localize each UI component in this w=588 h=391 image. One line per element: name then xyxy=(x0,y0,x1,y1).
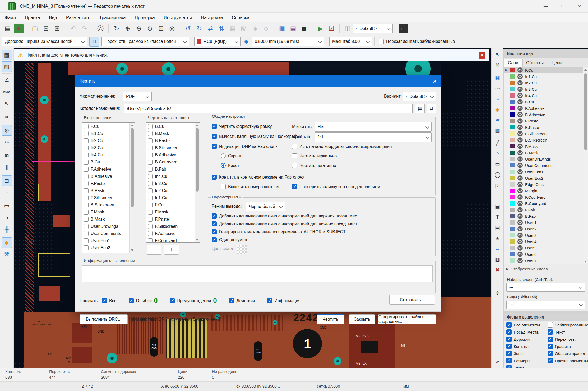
checkbox[interactable] xyxy=(212,213,217,219)
zoom-in-icon[interactable]: ⊕ xyxy=(123,24,132,33)
net-highlight-icon[interactable]: ≋ xyxy=(2,150,12,161)
radio-button[interactable] xyxy=(221,153,226,158)
visibility-eye-icon[interactable] xyxy=(517,220,523,225)
visibility-eye-icon[interactable] xyxy=(517,99,523,104)
tune-length-icon[interactable]: ≈ xyxy=(493,94,503,104)
layer-manager-icon[interactable]: ◆ xyxy=(2,237,12,248)
more-tools-chevron[interactable]: » xyxy=(493,356,503,366)
layer-row[interactable]: F.Mask xyxy=(504,143,583,149)
board-setup-icon[interactable]: ⚙ xyxy=(14,24,24,33)
visibility-eye-icon[interactable] xyxy=(517,87,523,92)
preferences-tools-icon[interactable]: ⚒ xyxy=(2,249,12,260)
zoom-out-icon[interactable]: ⊖ xyxy=(134,24,143,33)
place-table-icon[interactable]: ⊞ xyxy=(493,233,503,243)
visibility-eye-icon[interactable] xyxy=(517,201,523,206)
filter-left-2[interactable]: Дорожки xyxy=(506,337,530,342)
visibility-eye-icon[interactable] xyxy=(517,137,523,143)
checkbox[interactable] xyxy=(84,217,89,222)
scrollbar[interactable] xyxy=(129,123,135,253)
menu-item-0[interactable]: Файл xyxy=(5,15,16,20)
checkbox[interactable] xyxy=(148,210,153,215)
place-footprint-icon[interactable]: ▦ xyxy=(493,72,503,83)
layer-list-item[interactable]: B.Adhesive xyxy=(146,151,200,158)
dnp-hide-row[interactable]: Скрыть xyxy=(221,153,243,158)
log-filter-3[interactable]: Действия xyxy=(229,298,255,303)
checkbox[interactable] xyxy=(548,329,553,335)
layer-row[interactable]: F.Paste xyxy=(504,118,583,124)
draw-bezier-icon[interactable]: ∼ xyxy=(493,191,503,201)
visibility-eye-icon[interactable] xyxy=(517,258,523,263)
visibility-eye-icon[interactable] xyxy=(517,233,523,238)
layer-list-item[interactable]: B.Courtyard xyxy=(146,158,200,166)
visibility-eye-icon[interactable] xyxy=(517,252,523,257)
draw-zone-icon[interactable]: ▰ xyxy=(493,115,503,125)
visibility-eye-icon[interactable] xyxy=(517,118,523,124)
layer-list-item[interactable]: User.Drawings xyxy=(82,223,135,230)
plot-on-all-list[interactable]: B.CuB.MaskB.PasteB.SilkscreenB.AdhesiveB… xyxy=(146,122,200,243)
move-layer-up-button[interactable]: ↑ xyxy=(147,245,161,255)
plot-border-row[interactable]: Чертить форматную рамку xyxy=(212,124,272,129)
visibility-eye-icon[interactable] xyxy=(517,169,523,174)
checkbox[interactable] xyxy=(84,245,89,250)
layer-list-item[interactable]: B.Silkscreen xyxy=(82,201,135,208)
delete-tool-icon[interactable]: ✖ xyxy=(493,265,503,275)
flip-board-icon[interactable]: ⇄ xyxy=(206,24,215,33)
tab-Слои[interactable]: Слои xyxy=(504,59,522,67)
checkbox[interactable] xyxy=(84,131,89,136)
plotter-icon[interactable]: ⊞ xyxy=(52,24,62,33)
drc-icon[interactable]: ☑ xyxy=(327,24,336,33)
layer-list-item[interactable]: In4.Cu xyxy=(146,173,200,180)
checkbox[interactable] xyxy=(548,337,553,342)
zoom-objects-icon[interactable]: ⊡ xyxy=(156,24,166,33)
filter-right-2[interactable]: Перех. отв. xyxy=(548,337,576,342)
checkbox[interactable] xyxy=(84,195,89,200)
layer-row[interactable]: In4.Cu xyxy=(504,92,583,99)
filter-left-0[interactable]: Все элементы xyxy=(506,322,540,328)
refresh-icon[interactable]: ↻ xyxy=(112,24,121,33)
layer-list-item[interactable]: F.Paste xyxy=(82,180,135,187)
route-tracks-icon[interactable]: ↝ xyxy=(493,83,503,93)
rotate-cw-icon[interactable]: ↻ xyxy=(195,24,204,33)
auto-track-width-icon[interactable]: ⊔ xyxy=(89,37,99,47)
visibility-eye-icon[interactable] xyxy=(517,213,523,219)
library-browser-icon[interactable]: ▤ xyxy=(288,24,298,33)
checkbox[interactable] xyxy=(292,144,297,149)
checkbox[interactable] xyxy=(84,231,89,236)
select-tool-icon[interactable]: ↖ xyxy=(493,49,503,60)
menu-item-6[interactable]: Инструменты xyxy=(164,15,192,20)
checkbox[interactable] xyxy=(148,188,153,193)
filter-right-5[interactable]: Прочие элементы xyxy=(548,358,588,363)
keepout-icon[interactable]: ▨ xyxy=(493,125,503,135)
netclass-icon[interactable]: ◫ xyxy=(343,24,352,33)
views-select[interactable]: --- xyxy=(506,301,585,309)
footprint-outline-icon[interactable]: ▭ xyxy=(2,201,12,211)
check-zones-row[interactable]: Проверить заливку зон перед черчением xyxy=(292,184,380,189)
subtract-mask-row[interactable]: Вычесть паяльную маску из шелкографии xyxy=(212,134,302,139)
presets-select[interactable]: --- xyxy=(506,283,585,292)
checkbox[interactable] xyxy=(292,184,297,189)
layer-row[interactable]: User.5 xyxy=(504,245,583,251)
redo-icon[interactable]: ↷ xyxy=(80,24,89,33)
checkbox[interactable] xyxy=(102,298,107,303)
layer-row[interactable]: User.8 xyxy=(504,264,583,264)
zoom-select[interactable]: Масштаб 8,00 xyxy=(329,37,372,46)
checkbox[interactable] xyxy=(212,237,217,242)
layer-row[interactable]: User.6 xyxy=(504,251,583,257)
scale-select[interactable]: 1:1 xyxy=(315,132,432,142)
visibility-eye-icon[interactable] xyxy=(517,80,523,85)
dialog-title-bar[interactable]: Чертить ✕ xyxy=(75,75,441,87)
checkbox[interactable] xyxy=(84,188,89,193)
draw-rect-icon[interactable]: ▭ xyxy=(493,159,503,169)
layer-row[interactable]: F.Courtyard xyxy=(504,194,583,200)
checkbox[interactable] xyxy=(212,229,217,234)
place-textbox-icon[interactable]: ▤ xyxy=(493,222,503,233)
filter-left-3[interactable]: Конт. пл. xyxy=(506,344,530,349)
place-image-icon[interactable]: ▣ xyxy=(493,201,503,211)
layer-list-item[interactable]: F.Mask xyxy=(146,208,200,216)
zoom-selection-icon[interactable]: ◎ xyxy=(167,24,177,33)
checkbox[interactable] xyxy=(148,203,153,207)
layer-row[interactable]: F.Silkscreen xyxy=(504,130,583,137)
find-icon[interactable]: Ⓐ xyxy=(96,24,105,33)
zone-outline-icon[interactable]: ▫ xyxy=(2,187,12,198)
checkbox[interactable] xyxy=(148,146,153,150)
